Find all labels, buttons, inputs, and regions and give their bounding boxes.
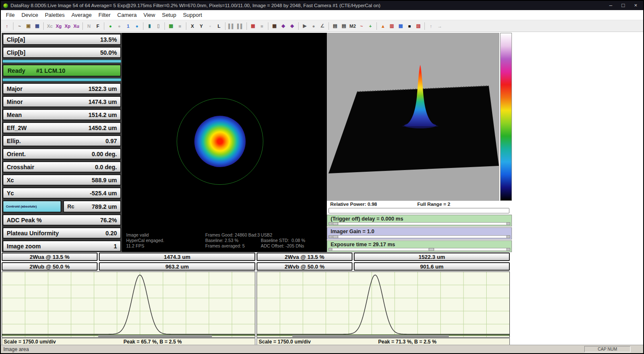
- measurement-row[interactable]: Xc588.9 um: [3, 174, 121, 186]
- slider-left-cap[interactable]: [329, 235, 332, 238]
- palette-icon[interactable]: ▩: [167, 22, 175, 30]
- slider-label: Exposure time = 29.17 ms: [331, 242, 395, 248]
- blank-icon[interactable]: ■: [176, 22, 184, 30]
- imager-gain-slider[interactable]: Imager Gain = 1.0: [327, 227, 512, 239]
- minimize-button[interactable]: –: [609, 1, 612, 10]
- save-icon[interactable]: ▦: [33, 22, 41, 30]
- beam-2d-view[interactable]: Image valid HyperCal engaged. 11.2 FPS F…: [122, 33, 327, 252]
- wave-icon[interactable]: ~: [358, 22, 366, 30]
- menu-palettes[interactable]: Palettes: [42, 11, 68, 19]
- app-window: DataRay 8.0D05:Live Image 54 of 64 Avera…: [0, 0, 644, 354]
- capture-icon[interactable]: ▮: [146, 22, 154, 30]
- table-icon[interactable]: ▦: [270, 22, 278, 30]
- x-profile-button[interactable]: X: [188, 22, 196, 30]
- blank2-icon[interactable]: ■: [258, 22, 266, 30]
- pause-b-icon[interactable]: ▌▌: [236, 22, 244, 30]
- end-icon[interactable]: →: [436, 22, 444, 30]
- link-icon[interactable]: ~: [16, 22, 24, 30]
- angle-icon[interactable]: ∠: [318, 22, 326, 30]
- close-button[interactable]: ×: [634, 1, 637, 10]
- printer2-icon[interactable]: ▤: [340, 22, 348, 30]
- pause-icon[interactable]: ▌▌: [228, 22, 236, 30]
- dot-icon[interactable]: ●: [310, 22, 318, 30]
- wva-label[interactable]: 2Wva @ 13.5 %: [257, 253, 352, 261]
- slider-thumb[interactable]: [429, 248, 434, 251]
- measurement-row[interactable]: Mean1514.2 um: [3, 109, 121, 120]
- xp-button[interactable]: Xp: [64, 22, 72, 30]
- slider-right-cap[interactable]: [506, 222, 510, 225]
- slider-left-cap[interactable]: [329, 222, 332, 225]
- xu-button[interactable]: Xu: [72, 22, 80, 30]
- draw-icon[interactable]: ▶: [301, 22, 309, 30]
- toolbar-separator: [225, 22, 225, 30]
- exposure-time-slider[interactable]: Exposure time = 29.17 ms: [327, 240, 512, 252]
- grid-icon[interactable]: ▦: [249, 22, 257, 30]
- move-v-icon[interactable]: ◆: [288, 22, 296, 30]
- wub-label[interactable]: 2Wub @ 50.0 %: [2, 262, 98, 271]
- stop-icon[interactable]: ●: [115, 22, 123, 30]
- rc-readout[interactable]: Rc789.2 um: [63, 200, 121, 213]
- wvb-label[interactable]: 2Wvb @ 50.0 %: [257, 262, 352, 271]
- slider-right-cap[interactable]: [506, 248, 510, 251]
- slider-left-cap[interactable]: [329, 248, 332, 251]
- stats-icon[interactable]: ▥: [388, 22, 396, 30]
- palette2-icon[interactable]: ▩: [397, 22, 405, 30]
- slider-track[interactable]: [329, 222, 510, 225]
- slider-track[interactable]: [329, 248, 510, 251]
- printer-icon[interactable]: ▤: [331, 22, 339, 30]
- measurement-row[interactable]: Orient.0.00 deg.: [3, 148, 121, 160]
- menu-filter[interactable]: Filter: [95, 11, 114, 19]
- lock-icon[interactable]: ▯: [154, 22, 162, 30]
- menu-setup[interactable]: Setup: [159, 11, 180, 19]
- f-button[interactable]: F: [94, 22, 102, 30]
- r-profile-button[interactable]: ▫: [206, 22, 214, 30]
- measurement-row[interactable]: Major1522.3 um: [3, 83, 121, 94]
- centroid-mode-button[interactable]: Centroid (absolute): [3, 200, 61, 213]
- up-icon[interactable]: ↑: [427, 22, 435, 30]
- slider-right-cap[interactable]: [506, 235, 510, 238]
- slider-track[interactable]: [329, 235, 510, 238]
- measurement-row[interactable]: Ellip.0.97: [3, 135, 121, 146]
- center-icon[interactable]: +: [366, 22, 374, 30]
- menu-support[interactable]: Support: [180, 11, 206, 19]
- measurement-row[interactable]: Eff_2W1450.2 um: [3, 122, 121, 133]
- beam-3d-view[interactable]: [327, 33, 499, 201]
- device-status-row[interactable]: Ready#1 LCM.10: [3, 64, 121, 77]
- measurement-row[interactable]: Minor1474.3 um: [3, 96, 121, 107]
- slider-thumb[interactable]: [333, 235, 338, 238]
- open-icon[interactable]: ▣: [24, 22, 32, 30]
- maximize-button[interactable]: □: [622, 1, 625, 10]
- start-icon[interactable]: ●: [106, 22, 114, 30]
- send-icon[interactable]: ↑: [3, 22, 11, 30]
- menu-camera[interactable]: Camera: [114, 11, 140, 19]
- one-button[interactable]: 1: [124, 22, 132, 30]
- trigger-delay-slider[interactable]: (Trigger off) delay = 0.000 ms: [327, 215, 512, 226]
- measurement-row[interactable]: Clip[a]13.5%: [3, 34, 121, 45]
- menu-view[interactable]: View: [140, 11, 159, 19]
- measurement-row[interactable]: Crosshair0.0 deg.: [3, 161, 121, 173]
- u-profile-chart[interactable]: [2, 271, 255, 338]
- xg-button[interactable]: Xg: [55, 22, 63, 30]
- measurement-row[interactable]: Yc-525.4 um: [3, 187, 121, 199]
- n-button[interactable]: N: [85, 22, 93, 30]
- m2-icon[interactable]: M2: [349, 22, 357, 30]
- slider-thumb[interactable]: [333, 222, 338, 225]
- menu-average[interactable]: Average: [68, 11, 95, 19]
- measurement-label: Xc: [7, 177, 14, 184]
- y-profile-button[interactable]: Y: [197, 22, 205, 30]
- flame-icon[interactable]: ▲: [379, 22, 387, 30]
- v-profile-chart[interactable]: [257, 271, 510, 338]
- menu-device[interactable]: Device: [18, 11, 42, 19]
- move-h-icon[interactable]: ◆: [279, 22, 287, 30]
- measurement-row[interactable]: Clip[b]50.0%: [3, 47, 121, 58]
- menu-file[interactable]: File: [3, 11, 18, 19]
- wua-label[interactable]: 2Wua @ 13.5 %: [2, 253, 98, 261]
- hypercal-icon[interactable]: ●: [133, 22, 141, 30]
- dark-icon[interactable]: ■: [405, 22, 413, 30]
- xc-button[interactable]: Xc: [46, 22, 54, 30]
- chart-icon[interactable]: ▧: [414, 22, 422, 30]
- l-profile-button[interactable]: L: [215, 22, 223, 30]
- measurement-row[interactable]: ADC Peak %76.2%: [3, 214, 121, 226]
- measurement-row[interactable]: Plateau Uniformity0.20: [3, 227, 121, 239]
- measurement-row[interactable]: Image zoom1: [3, 240, 121, 252]
